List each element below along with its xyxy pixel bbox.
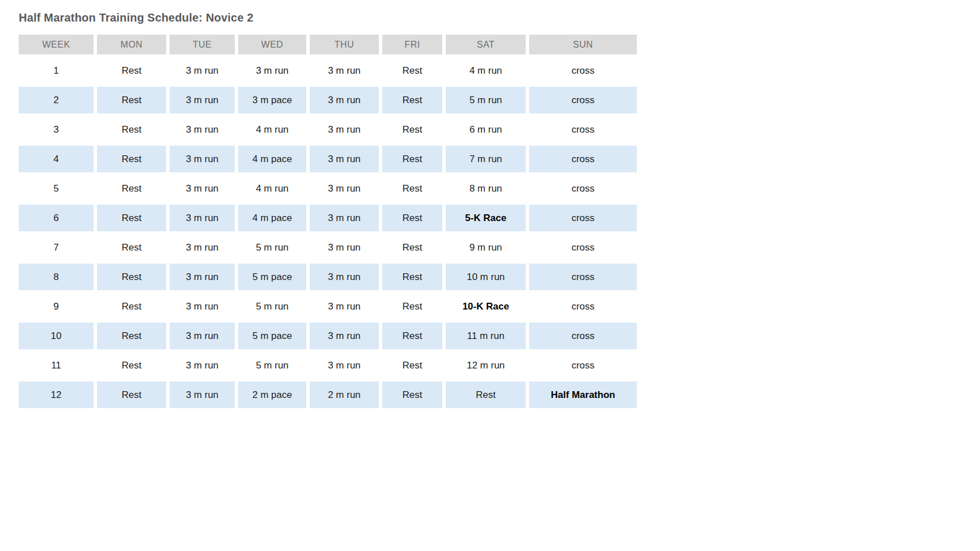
cell-week11-sat: 12 m run [446, 352, 526, 379]
column-header-mon: MON [97, 35, 166, 54]
cell-week8-thu: 3 m run [310, 264, 379, 290]
cell-week9-week: 9 [19, 293, 94, 320]
cell-week1-sat: 4 m run [446, 57, 526, 84]
cell-week6-sun: cross [529, 205, 637, 231]
cell-week10-mon: Rest [97, 323, 166, 349]
cell-week11-wed: 5 m run [238, 352, 306, 379]
cell-week1-tue: 3 m run [170, 57, 235, 84]
cell-week2-week: 2 [19, 87, 94, 113]
schedule-row-week-3: 3Rest3 m run4 m run3 m runRest6 m runcro… [19, 116, 637, 143]
schedule-row-week-12: 12Rest3 m run2 m pace2 m runRestRestHalf… [19, 382, 637, 408]
cell-week9-mon: Rest [97, 293, 166, 320]
cell-week12-fri: Rest [382, 382, 442, 408]
cell-week3-sat: 6 m run [446, 116, 526, 143]
cell-week7-week: 7 [19, 234, 94, 261]
cell-week4-sun: cross [529, 146, 637, 172]
cell-week10-sun: cross [529, 323, 637, 349]
cell-week4-mon: Rest [97, 146, 166, 172]
cell-week5-wed: 4 m run [238, 175, 306, 202]
cell-week11-fri: Rest [382, 352, 442, 379]
cell-week11-tue: 3 m run [170, 352, 235, 379]
cell-week4-wed: 4 m pace [238, 146, 306, 172]
cell-week2-tue: 3 m run [170, 87, 235, 113]
cell-week5-sat: 8 m run [446, 175, 526, 202]
header-row: WEEKMONTUEWEDTHUFRISATSUN [19, 35, 637, 54]
cell-week11-week: 11 [19, 352, 94, 379]
cell-week10-fri: Rest [382, 323, 442, 349]
cell-week3-thu: 3 m run [310, 116, 379, 143]
schedule-row-week-5: 5Rest3 m run4 m run3 m runRest8 m runcro… [19, 175, 637, 202]
cell-week5-week: 5 [19, 175, 94, 202]
cell-week7-wed: 5 m run [238, 234, 306, 261]
cell-week12-sat: Rest [446, 382, 526, 408]
cell-week5-sun: cross [529, 175, 637, 202]
cell-week1-sun: cross [529, 57, 637, 84]
schedule-body: 1Rest3 m run3 m run3 m runRest4 m runcro… [19, 57, 637, 408]
cell-week10-tue: 3 m run [170, 323, 235, 349]
cell-week3-sun: cross [529, 116, 637, 143]
schedule-row-week-9: 9Rest3 m run5 m run3 m runRest10-K Racec… [19, 293, 637, 320]
cell-week6-week: 6 [19, 205, 94, 231]
cell-week6-mon: Rest [97, 205, 166, 231]
column-header-fri: FRI [382, 35, 442, 54]
cell-week6-thu: 3 m run [310, 205, 379, 231]
cell-week12-sun: Half Marathon [529, 382, 637, 408]
cell-week10-wed: 5 m pace [238, 323, 306, 349]
cell-week8-fri: Rest [382, 264, 442, 290]
page: Half Marathon Training Schedule: Novice … [0, 0, 980, 411]
cell-week8-wed: 5 m pace [238, 264, 306, 290]
cell-week11-thu: 3 m run [310, 352, 379, 379]
column-header-sat: SAT [446, 35, 526, 54]
cell-week6-wed: 4 m pace [238, 205, 306, 231]
cell-week5-tue: 3 m run [170, 175, 235, 202]
cell-week8-mon: Rest [97, 264, 166, 290]
cell-week4-thu: 3 m run [310, 146, 379, 172]
cell-week6-sat: 5-K Race [446, 205, 526, 231]
cell-week1-mon: Rest [97, 57, 166, 84]
cell-week10-sat: 11 m run [446, 323, 526, 349]
cell-week1-wed: 3 m run [238, 57, 306, 84]
schedule-row-week-6: 6Rest3 m run4 m pace3 m runRest5-K Racec… [19, 205, 637, 231]
cell-week4-week: 4 [19, 146, 94, 172]
cell-week5-fri: Rest [382, 175, 442, 202]
cell-week9-wed: 5 m run [238, 293, 306, 320]
schedule-row-week-4: 4Rest3 m run4 m pace3 m runRest7 m runcr… [19, 146, 637, 172]
cell-week2-thu: 3 m run [310, 87, 379, 113]
cell-week3-mon: Rest [97, 116, 166, 143]
cell-week12-thu: 2 m run [310, 382, 379, 408]
cell-week9-sat: 10-K Race [446, 293, 526, 320]
cell-week2-fri: Rest [382, 87, 442, 113]
cell-week7-mon: Rest [97, 234, 166, 261]
cell-week12-tue: 3 m run [170, 382, 235, 408]
cell-week3-fri: Rest [382, 116, 442, 143]
column-header-tue: TUE [170, 35, 235, 54]
cell-week2-mon: Rest [97, 87, 166, 113]
cell-week3-wed: 4 m run [238, 116, 306, 143]
cell-week11-sun: cross [529, 352, 637, 379]
column-header-sun: SUN [529, 35, 637, 54]
cell-week9-fri: Rest [382, 293, 442, 320]
cell-week6-fri: Rest [382, 205, 442, 231]
schedule-row-week-2: 2Rest3 m run3 m pace3 m runRest5 m runcr… [19, 87, 637, 113]
schedule-row-week-10: 10Rest3 m run5 m pace3 m runRest11 m run… [19, 323, 637, 349]
cell-week8-week: 8 [19, 264, 94, 290]
cell-week1-thu: 3 m run [310, 57, 379, 84]
training-schedule-table: WEEKMONTUEWEDTHUFRISATSUN 1Rest3 m run3 … [15, 32, 640, 411]
schedule-row-week-8: 8Rest3 m run5 m pace3 m runRest10 m runc… [19, 264, 637, 290]
cell-week10-thu: 3 m run [310, 323, 379, 349]
cell-week6-tue: 3 m run [170, 205, 235, 231]
cell-week12-mon: Rest [97, 382, 166, 408]
column-header-wed: WED [238, 35, 306, 54]
cell-week12-week: 12 [19, 382, 94, 408]
column-header-thu: THU [310, 35, 379, 54]
cell-week9-sun: cross [529, 293, 637, 320]
cell-week7-thu: 3 m run [310, 234, 379, 261]
cell-week12-wed: 2 m pace [238, 382, 306, 408]
cell-week3-tue: 3 m run [170, 116, 235, 143]
cell-week7-tue: 3 m run [170, 234, 235, 261]
cell-week9-thu: 3 m run [310, 293, 379, 320]
cell-week7-sat: 9 m run [446, 234, 526, 261]
page-title: Half Marathon Training Schedule: Novice … [19, 11, 980, 24]
cell-week1-week: 1 [19, 57, 94, 84]
cell-week7-sun: cross [529, 234, 637, 261]
